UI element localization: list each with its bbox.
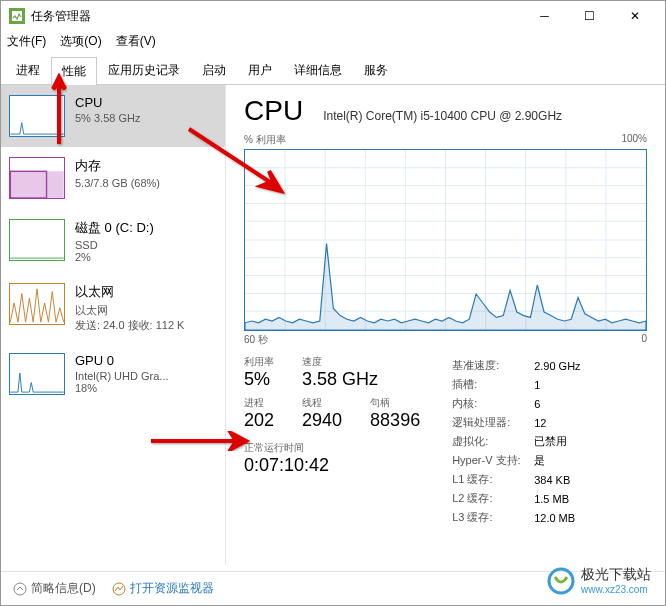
sidebar-item-memory[interactable]: 内存 5.3/7.8 GB (68%) — [1, 147, 225, 209]
tab-bar: 进程 性能 应用历史记录 启动 用户 详细信息 服务 — [1, 56, 665, 85]
svg-rect-2 — [10, 171, 63, 198]
menu-view[interactable]: 查看(V) — [116, 33, 156, 50]
sidebar-disk-sub1: SSD — [75, 239, 154, 251]
sidebar-gpu-sub2: 18% — [75, 382, 169, 394]
proc-label: 进程 — [244, 396, 274, 410]
maximize-button[interactable]: ☐ — [567, 1, 612, 31]
speed-value: 3.58 GHz — [302, 369, 378, 390]
tab-startup[interactable]: 启动 — [191, 56, 237, 84]
sidebar-eth-title: 以太网 — [75, 283, 184, 301]
window-title: 任务管理器 — [31, 8, 522, 25]
menu-file[interactable]: 文件(F) — [7, 33, 46, 50]
uptime-value: 0:07:10:42 — [244, 455, 420, 476]
proc-value: 202 — [244, 410, 274, 431]
fewer-details-link[interactable]: 简略信息(D) — [13, 580, 96, 597]
chart-label-br: 0 — [641, 333, 647, 347]
cpu-details-table: 基准速度:2.90 GHz 插槽:1 内核:6 逻辑处理器:12 虚拟化:已禁用… — [450, 355, 590, 528]
close-button[interactable]: ✕ — [612, 1, 657, 31]
handles-label: 句柄 — [370, 396, 420, 410]
speed-label: 速度 — [302, 355, 378, 369]
main-pane: CPU Intel(R) Core(TM) i5-10400 CPU @ 2.9… — [226, 85, 665, 565]
watermark: 极光下载站 www.xz23.com — [547, 566, 651, 595]
cpu-heading: CPU — [244, 95, 303, 127]
app-icon — [9, 8, 25, 24]
cpu-model: Intel(R) Core(TM) i5-10400 CPU @ 2.90GHz — [323, 109, 562, 123]
uptime-label: 正常运行时间 — [244, 441, 420, 455]
watermark-logo-icon — [547, 567, 575, 595]
sidebar-eth-sub1: 以太网 — [75, 303, 184, 318]
util-label: 利用率 — [244, 355, 274, 369]
sidebar-cpu-title: CPU — [75, 95, 140, 110]
chevron-up-circle-icon — [13, 582, 27, 596]
sidebar-mem-title: 内存 — [75, 157, 160, 175]
sidebar-item-cpu[interactable]: CPU 5% 3.58 GHz — [1, 85, 225, 147]
svg-point-22 — [14, 583, 26, 595]
sidebar-item-ethernet[interactable]: 以太网 以太网 发送: 24.0 接收: 112 K — [1, 273, 225, 343]
chart-label-bl: 60 秒 — [244, 333, 268, 347]
sidebar-item-gpu[interactable]: GPU 0 Intel(R) UHD Gra... 18% — [1, 343, 225, 405]
sidebar-mem-sub: 5.3/7.8 GB (68%) — [75, 177, 160, 189]
sidebar-cpu-sub: 5% 3.58 GHz — [75, 112, 140, 124]
menu-options[interactable]: 选项(O) — [60, 33, 101, 50]
tab-details[interactable]: 详细信息 — [283, 56, 353, 84]
sidebar-eth-sub2: 发送: 24.0 接收: 112 K — [75, 318, 184, 333]
tab-app-history[interactable]: 应用历史记录 — [97, 56, 191, 84]
sidebar: CPU 5% 3.58 GHz 内存 5.3/7.8 GB (68%) 磁盘 0… — [1, 85, 226, 565]
util-value: 5% — [244, 369, 274, 390]
menubar: 文件(F) 选项(O) 查看(V) — [1, 31, 665, 52]
threads-value: 2940 — [302, 410, 342, 431]
resource-monitor-link[interactable]: 打开资源监视器 — [112, 580, 214, 597]
chart-label-tr: 100% — [621, 133, 647, 147]
sidebar-item-disk[interactable]: 磁盘 0 (C: D:) SSD 2% — [1, 209, 225, 273]
tab-performance[interactable]: 性能 — [51, 57, 97, 85]
sidebar-gpu-sub1: Intel(R) UHD Gra... — [75, 370, 169, 382]
minimize-button[interactable]: ─ — [522, 1, 567, 31]
handles-value: 88396 — [370, 410, 420, 431]
sidebar-disk-sub2: 2% — [75, 251, 154, 263]
sidebar-disk-title: 磁盘 0 (C: D:) — [75, 219, 154, 237]
threads-label: 线程 — [302, 396, 342, 410]
tab-services[interactable]: 服务 — [353, 56, 399, 84]
sidebar-gpu-title: GPU 0 — [75, 353, 169, 368]
chart-label-tl: % 利用率 — [244, 133, 286, 147]
tab-processes[interactable]: 进程 — [5, 56, 51, 84]
monitor-icon — [112, 582, 126, 596]
tab-users[interactable]: 用户 — [237, 56, 283, 84]
cpu-chart — [244, 149, 647, 331]
